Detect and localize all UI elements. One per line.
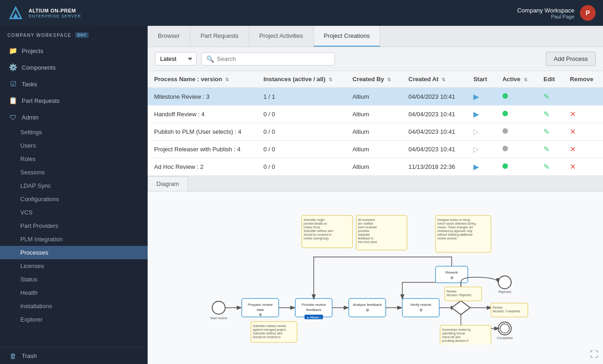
sidebar-sub-plm-integration[interactable]: PLM Integration (0, 233, 148, 246)
content-area: Browser Part Requests Project Activities… (148, 26, 603, 364)
logo-line1: ALTIUM ON-PREM (29, 7, 81, 14)
logo-line2: ENTERPRISE SERVER (29, 14, 81, 18)
remove-button[interactable]: ✕ (570, 145, 576, 154)
sidebar-item-trash[interactable]: 🗑 Trash (0, 347, 148, 364)
fullscreen-button[interactable]: ⛶ (590, 350, 598, 359)
edit-button[interactable]: ✎ (543, 92, 549, 101)
topbar: ALTIUM ON-PREM ENTERPRISE SERVER Company… (0, 0, 603, 26)
altium-logo-icon (7, 5, 24, 21)
svg-marker-24 (452, 301, 470, 315)
start-button[interactable]: ▷ (473, 145, 479, 154)
col-process-name: Process Name : version ⇅ (148, 71, 257, 88)
toolbar-left: Latest All Active 🔍 (155, 52, 335, 66)
svg-text:are notified.: are notified. (358, 222, 374, 225)
svg-text:⚙: ⚙ (450, 276, 453, 280)
process-table: Process Name : version ⇅ Instances (acti… (148, 71, 603, 176)
table-row[interactable]: Handoff Review : 4 0 / 0 Altium 04/04/20… (148, 106, 603, 123)
cell-instances: 0 / 0 (257, 123, 346, 141)
cell-remove: ✕ (563, 106, 603, 123)
table-row[interactable]: Ad Hoc Review : 2 0 / 0 Altium 11/13/201… (148, 158, 603, 176)
active-indicator (502, 93, 508, 99)
search-input[interactable] (217, 55, 330, 62)
tab-part-requests[interactable]: Part Requests (191, 26, 249, 47)
sidebar-item-label: Trash (22, 352, 37, 359)
edit-button[interactable]: ✎ (543, 110, 549, 119)
sidebar-sub-settings[interactable]: Settings (0, 125, 148, 139)
tab-project-creations[interactable]: Project Creations (314, 26, 381, 47)
sidebar-sub-explorer[interactable]: Explorer (0, 313, 148, 326)
col-start: Start (467, 71, 496, 88)
svg-text:Verify rework: Verify rework (410, 303, 431, 307)
sidebar-sub-ldap-sync[interactable]: LDAP Sync (0, 179, 148, 192)
remove-button[interactable]: ✕ (570, 110, 576, 119)
remove-button[interactable]: ✕ (570, 162, 576, 171)
svg-rect-20 (402, 298, 439, 317)
active-indicator (502, 163, 508, 169)
edit-button[interactable]: ✎ (543, 127, 549, 136)
sidebar-item-label: Components (22, 64, 56, 71)
sidebar-sub-sessions[interactable]: Sessions (0, 166, 148, 179)
diagram-tab[interactable]: Diagram (148, 176, 188, 191)
cell-process-name: Handoff Review : 4 (148, 106, 257, 123)
sidebar-item-admin[interactable]: 🛡 Admin (0, 109, 148, 125)
sidebar-item-label: Projects (22, 48, 43, 54)
svg-text:Completed: Completed (497, 336, 513, 340)
tab-project-activities[interactable]: Project Activities (249, 26, 314, 47)
svg-point-2 (212, 301, 225, 314)
table-row[interactable]: Milestone Review : 3 1 / 1 Altium 04/04/… (148, 88, 603, 106)
svg-text:review (usergroup): review (usergroup) (304, 237, 328, 240)
svg-text:decision: Rejected: decision: Rejected (447, 293, 471, 297)
sidebar-item-label: Admin (22, 114, 39, 121)
part-requests-icon: 📋 (9, 96, 17, 105)
main-layout: COMPANY WORKSPACE ENT 📁 Projects ⚙️ Comp… (0, 26, 603, 364)
svg-text:Submitter initiates review: Submitter initiates review (253, 324, 287, 328)
svg-text:Submitter defines who: Submitter defines who (304, 229, 334, 233)
svg-text:feedback: feedback (306, 308, 321, 312)
start-button[interactable]: ▶ (473, 92, 479, 101)
svg-text:Submitter defines who: Submitter defines who (253, 332, 283, 335)
table-row[interactable]: Publish to PLM (User selects) : 4 0 / 0 … (148, 123, 603, 141)
sidebar-sub-roles[interactable]: Roles (0, 152, 148, 166)
svg-text:Submitter might: Submitter might (304, 218, 325, 222)
sidebar-sub-health[interactable]: Health (0, 286, 148, 299)
cell-instances: 0 / 0 (257, 141, 346, 158)
cell-created-at: 04/04/2023 10:41 (402, 123, 467, 141)
cell-remove: ✕ (563, 141, 603, 158)
remove-button[interactable]: ✕ (570, 127, 576, 136)
sidebar-sub-installations[interactable]: Installations (0, 299, 148, 313)
svg-text:Each reviewer: Each reviewer (358, 226, 377, 229)
cell-process-name: Publish to PLM (User selects) : 4 (148, 123, 257, 141)
sidebar-sub-users[interactable]: Users (0, 139, 148, 152)
avatar[interactable]: P (580, 5, 596, 21)
svg-text:Review: Review (447, 290, 457, 293)
svg-text:should be involved in: should be involved in (253, 335, 281, 339)
sidebar-sub-part-providers[interactable]: Part Providers (0, 219, 148, 233)
sidebar-sub-status[interactable]: Status (0, 273, 148, 286)
active-indicator (502, 111, 508, 116)
sidebar-item-part-requests[interactable]: 📋 Part Requests (0, 92, 148, 109)
sidebar-sub-licenses[interactable]: Licenses (0, 259, 148, 273)
sidebar-sub-configurations[interactable]: Configurations (0, 192, 148, 206)
start-button[interactable]: ▶ (473, 110, 479, 119)
table-row[interactable]: Project Releaser with Publish : 4 0 / 0 … (148, 141, 603, 158)
cell-process-name: Ad Hoc Review : 2 (148, 158, 257, 176)
start-button[interactable]: ▷ (473, 127, 479, 136)
sidebar-item-projects[interactable]: 📁 Projects (0, 42, 148, 59)
sidebar-sub-processes[interactable]: Processes (0, 246, 148, 259)
svg-text:Analyse feedback: Analyse feedback (352, 303, 382, 307)
sort-icon-created-at: ⇅ (442, 77, 445, 82)
cell-created-at: 11/13/2018 22:36 (402, 158, 467, 176)
tab-browser[interactable]: Browser (148, 26, 191, 47)
sidebar-item-tasks[interactable]: ☑ Tasks (0, 76, 148, 92)
edit-button[interactable]: ✎ (543, 162, 549, 171)
sidebar-item-components[interactable]: ⚙️ Components (0, 59, 148, 76)
sidebar-sub-vcs[interactable]: VCS (0, 206, 148, 219)
start-button[interactable]: ▶ (473, 162, 479, 171)
edit-button[interactable]: ✎ (543, 145, 549, 154)
col-remove: Remove (563, 71, 603, 88)
svg-text:feedback in: feedback in (358, 237, 374, 240)
filter-dropdown[interactable]: Latest All Active (155, 52, 197, 66)
add-process-button[interactable]: Add Process (546, 52, 596, 66)
cell-active (496, 106, 537, 123)
svg-text:separate: separate (358, 233, 370, 237)
